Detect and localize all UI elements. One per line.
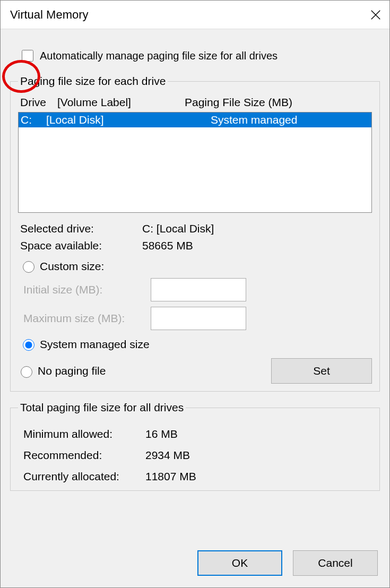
initial-size-input[interactable] <box>151 278 246 301</box>
auto-manage-checkbox[interactable] <box>22 50 33 62</box>
currently-allocated-label: Currently allocated: <box>23 470 145 483</box>
min-allowed-label: Minimum allowed: <box>23 428 145 440</box>
system-managed-option[interactable]: System managed size <box>20 338 372 351</box>
auto-manage-label: Automatically manage paging file size fo… <box>40 50 278 62</box>
space-available-value: 58665 MB <box>142 239 372 252</box>
header-size: Paging File Size (MB) <box>185 96 370 109</box>
recommended-value: 2934 MB <box>145 449 372 462</box>
drive-row-volume: [Local Disk] <box>46 114 211 126</box>
dialog-button-bar: OK Cancel <box>1 541 389 587</box>
recommended-label: Recommended: <box>23 449 145 462</box>
drive-list-header: Drive [Volume Label] Paging File Size (M… <box>18 93 372 112</box>
selected-drive-label: Selected drive: <box>20 222 142 235</box>
header-drive: Drive <box>20 96 57 109</box>
no-paging-and-set-row: No paging file Set <box>18 358 372 384</box>
min-allowed-value: 16 MB <box>145 428 372 440</box>
maximum-size-label: Maximum size (MB): <box>23 312 151 325</box>
drive-row-size: System managed <box>211 114 369 126</box>
no-paging-label: No paging file <box>38 365 106 377</box>
custom-size-label: Custom size: <box>40 260 104 273</box>
currently-allocated-value: 11807 MB <box>145 470 372 483</box>
drive-row[interactable]: C: [Local Disk] System managed <box>19 113 371 127</box>
currently-allocated-row: Currently allocated: 11807 MB <box>23 470 372 483</box>
system-managed-label: System managed size <box>40 338 150 351</box>
auto-manage-row: Automatically manage paging file size fo… <box>20 48 380 63</box>
set-button[interactable]: Set <box>271 358 372 384</box>
paging-file-per-drive-group: Paging file size for each drive Drive [V… <box>10 75 380 392</box>
initial-size-label: Initial size (MB): <box>23 283 151 296</box>
content-area: Automatically manage paging file size fo… <box>1 29 389 541</box>
custom-size-option[interactable]: Custom size: <box>20 260 372 273</box>
header-volume: [Volume Label] <box>57 96 185 109</box>
recommended-row: Recommended: 2934 MB <box>23 449 372 462</box>
drive-list[interactable]: C: [Local Disk] System managed <box>18 112 372 213</box>
space-available-label: Space available: <box>20 239 142 252</box>
maximum-size-input[interactable] <box>151 307 246 330</box>
ok-button[interactable]: OK <box>197 550 282 576</box>
selected-drive-row: Selected drive: C: [Local Disk] <box>20 222 372 235</box>
space-available-row: Space available: 58665 MB <box>20 239 372 252</box>
custom-size-radio[interactable] <box>23 261 34 273</box>
group2-legend: Total paging file size for all drives <box>18 401 186 414</box>
titlebar: Virtual Memory <box>1 1 389 29</box>
no-paging-radio[interactable] <box>21 366 32 378</box>
system-managed-radio[interactable] <box>23 339 34 351</box>
no-paging-option[interactable]: No paging file <box>18 365 106 378</box>
selected-drive-value: C: [Local Disk] <box>142 222 372 235</box>
maximum-size-row: Maximum size (MB): <box>23 307 372 330</box>
window-title: Virtual Memory <box>10 8 89 22</box>
virtual-memory-dialog: Virtual Memory Automatically manage pagi… <box>0 0 390 588</box>
drive-row-letter: C: <box>21 114 46 126</box>
initial-size-row: Initial size (MB): <box>23 278 372 301</box>
close-icon[interactable] <box>370 9 382 21</box>
group1-legend: Paging file size for each drive <box>18 75 168 88</box>
total-paging-group: Total paging file size for all drives Mi… <box>10 401 380 491</box>
min-allowed-row: Minimum allowed: 16 MB <box>23 428 372 440</box>
cancel-button[interactable]: Cancel <box>293 550 378 576</box>
